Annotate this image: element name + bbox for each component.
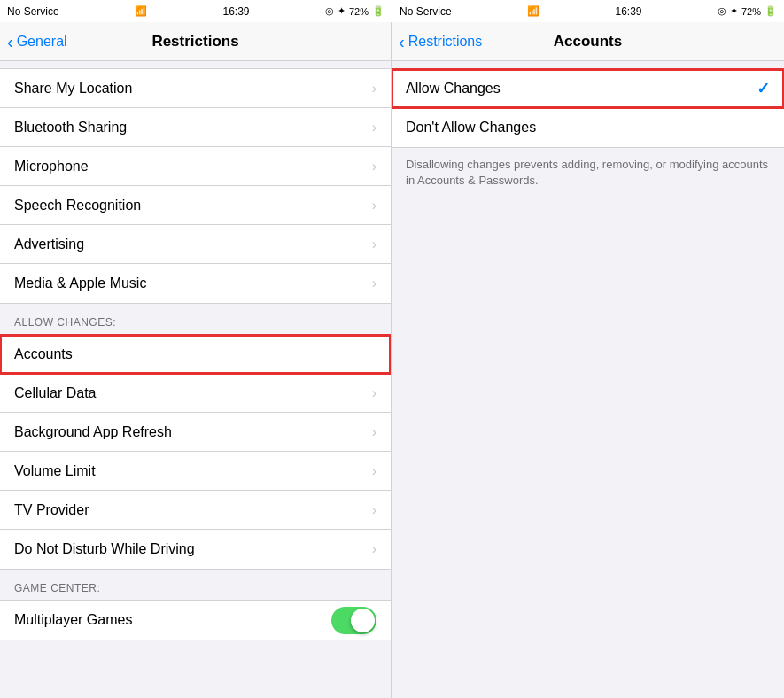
right-scroll-content: Allow Changes ✓ Don't Allow Changes Disa… <box>392 61 784 698</box>
microphone-label: Microphone <box>14 159 89 174</box>
dont-allow-changes-option[interactable]: Don't Allow Changes <box>392 108 784 147</box>
tv-provider-item[interactable]: TV Provider › <box>0 491 391 530</box>
do-not-disturb-chevron: › <box>372 541 376 557</box>
right-bluetooth-icon: ✦ <box>730 5 738 17</box>
right-location-icon: ◎ <box>718 5 726 17</box>
microphone-chevron: › <box>372 159 376 174</box>
media-apple-music-item[interactable]: Media & Apple Music › <box>0 264 391 303</box>
left-bluetooth-icon: ✦ <box>338 5 345 17</box>
allow-changes-option-label: Allow Changes <box>406 81 501 97</box>
cellular-data-item[interactable]: Cellular Data › <box>0 374 391 413</box>
left-wifi-icon: 📶 <box>135 5 147 17</box>
left-battery-icon: 🔋 <box>372 5 384 17</box>
right-battery-text: 72% <box>741 6 761 17</box>
right-nav-title: Accounts <box>554 33 622 50</box>
left-status-bar: No Service 📶 16:39 ◎ ✦ 72% 🔋 <box>0 0 392 22</box>
left-nav-title: Restrictions <box>151 33 238 50</box>
advertising-label: Advertising <box>14 237 84 252</box>
background-app-refresh-chevron: › <box>372 424 376 440</box>
right-wifi-icon: 📶 <box>527 5 539 17</box>
right-panel: ‹ Restrictions Accounts Allow Changes ✓ … <box>392 22 784 698</box>
left-panel: ‹ General Restrictions Share My Location… <box>0 22 392 698</box>
cellular-data-label: Cellular Data <box>14 385 96 401</box>
multiplayer-games-toggle[interactable] <box>331 607 376 634</box>
speech-recognition-item[interactable]: Speech Recognition › <box>0 186 391 225</box>
left-top-list: Share My Location › Bluetooth Sharing › … <box>0 68 391 304</box>
speech-recognition-label: Speech Recognition <box>14 198 141 213</box>
multiplayer-games-item[interactable]: Multiplayer Games <box>0 601 391 640</box>
left-no-service: No Service <box>7 5 59 18</box>
volume-limit-item[interactable]: Volume Limit › <box>0 452 391 491</box>
allow-changes-header: ALLOW CHANGES: <box>0 304 391 334</box>
microphone-item[interactable]: Microphone › <box>0 147 391 186</box>
right-time: 16:39 <box>616 5 642 18</box>
cellular-data-chevron: › <box>372 385 376 401</box>
tv-provider-label: TV Provider <box>14 502 89 518</box>
left-back-button[interactable]: ‹ General <box>7 33 67 50</box>
bluetooth-sharing-item[interactable]: Bluetooth Sharing › <box>0 108 391 147</box>
bluetooth-sharing-label: Bluetooth Sharing <box>14 120 127 136</box>
right-back-button[interactable]: ‹ Restrictions <box>399 33 482 50</box>
left-time: 16:39 <box>223 5 250 18</box>
right-back-chevron-icon: ‹ <box>399 33 405 50</box>
left-back-label: General <box>17 34 67 50</box>
left-back-chevron-icon: ‹ <box>7 33 13 50</box>
share-my-location-item[interactable]: Share My Location › <box>0 69 391 108</box>
do-not-disturb-label: Do Not Disturb While Driving <box>14 541 195 557</box>
speech-recognition-chevron: › <box>372 198 376 213</box>
left-scroll-content: Share My Location › Bluetooth Sharing › … <box>0 61 391 698</box>
right-status-bar: No Service 📶 16:39 ◎ ✦ 72% 🔋 <box>392 0 784 22</box>
tv-provider-chevron: › <box>372 502 376 518</box>
share-my-location-chevron: › <box>372 81 376 97</box>
share-my-location-label: Share My Location <box>14 81 132 97</box>
left-nav-bar: ‹ General Restrictions <box>0 22 391 61</box>
volume-limit-chevron: › <box>372 463 376 479</box>
right-no-service: No Service <box>400 5 452 18</box>
background-app-refresh-item[interactable]: Background App Refresh › <box>0 413 391 452</box>
left-location-icon: ◎ <box>325 5 334 17</box>
volume-limit-label: Volume Limit <box>14 463 96 479</box>
game-center-header: GAME CENTER: <box>0 570 391 600</box>
advertising-item[interactable]: Advertising › <box>0 225 391 264</box>
dont-allow-changes-label: Don't Allow Changes <box>406 120 536 136</box>
allow-changes-list: Accounts Cellular Data › Background App … <box>0 334 391 570</box>
left-battery-text: 72% <box>349 6 369 17</box>
multiplayer-games-label: Multiplayer Games <box>14 612 132 628</box>
right-options-list: Allow Changes ✓ Don't Allow Changes <box>392 68 784 148</box>
accounts-label: Accounts <box>14 346 73 362</box>
game-center-list: Multiplayer Games <box>0 600 391 640</box>
allow-changes-option[interactable]: Allow Changes ✓ <box>392 69 784 108</box>
background-app-refresh-label: Background App Refresh <box>14 424 172 440</box>
right-battery-icon: 🔋 <box>765 5 777 17</box>
right-back-label: Restrictions <box>408 34 483 50</box>
media-apple-music-label: Media & Apple Music <box>14 275 146 291</box>
accounts-item[interactable]: Accounts <box>0 335 391 374</box>
allow-changes-checkmark: ✓ <box>757 79 770 98</box>
hint-text: Disallowing changes prevents adding, rem… <box>392 148 784 198</box>
bluetooth-sharing-chevron: › <box>372 120 376 136</box>
media-apple-music-chevron: › <box>372 275 376 291</box>
toggle-knob <box>351 609 375 632</box>
advertising-chevron: › <box>372 237 376 252</box>
right-nav-bar: ‹ Restrictions Accounts <box>392 22 784 61</box>
do-not-disturb-item[interactable]: Do Not Disturb While Driving › <box>0 530 391 569</box>
